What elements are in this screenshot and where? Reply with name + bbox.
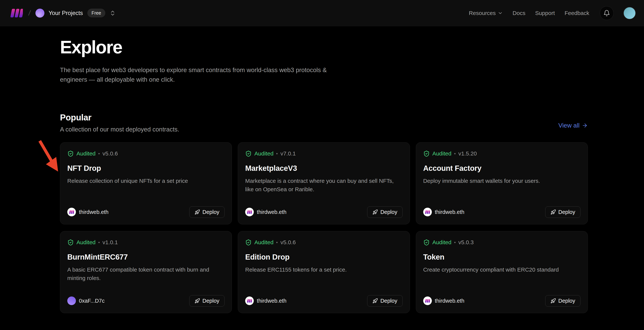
contract-description: Marketplace is a contract where you can … [245, 177, 402, 193]
breadcrumb-separator: / [28, 8, 31, 17]
contract-title: NFT Drop [67, 164, 224, 172]
popular-section-header: Popular A collection of our most deploye… [60, 112, 588, 133]
deploy-button[interactable]: Deploy [189, 295, 224, 307]
contract-card-grid: Audited • v5.0.6 NFT Drop Release collec… [60, 142, 588, 313]
view-all-label: View all [558, 122, 580, 129]
contract-title: Edition Drop [245, 253, 402, 261]
breadcrumb-team[interactable]: Your Projects Free [36, 8, 105, 17]
shield-check-icon [67, 150, 74, 157]
popular-subtitle: A collection of our most deployed contra… [60, 126, 179, 133]
publisher-avatar-thirdweb [245, 297, 254, 305]
nav-link-docs[interactable]: Docs [512, 10, 525, 16]
thirdweb-logo-icon [10, 9, 23, 17]
publisher[interactable]: thirdweb.eth [245, 208, 286, 216]
nav-link-feedback[interactable]: Feedback [564, 10, 589, 16]
publisher-avatar-thirdweb [423, 297, 432, 305]
popular-heading-block: Popular A collection of our most deploye… [60, 112, 179, 133]
card-footer: thirdweb.eth Deploy [423, 295, 580, 307]
card-footer: thirdweb.eth Deploy [245, 295, 402, 307]
publisher-avatar-thirdweb [423, 208, 432, 216]
badge-row: Audited • v5.0.3 [423, 239, 580, 246]
nav-link-support[interactable]: Support [535, 10, 555, 16]
view-all-link[interactable]: View all [558, 122, 588, 129]
publisher-avatar-thirdweb [245, 208, 254, 216]
publisher-name: thirdweb.eth [79, 209, 108, 215]
contract-title: MarketplaceV3 [245, 164, 402, 172]
team-avatar [36, 8, 44, 17]
shield-check-icon [423, 150, 430, 157]
deploy-button-label: Deploy [380, 298, 397, 304]
shield-check-icon [423, 239, 430, 246]
publisher-name: thirdweb.eth [435, 209, 464, 215]
contract-description: Release collection of unique NFTs for a … [67, 177, 224, 185]
deploy-button-label: Deploy [380, 209, 397, 215]
deploy-button[interactable]: Deploy [545, 295, 580, 307]
publisher[interactable]: thirdweb.eth [423, 297, 464, 305]
audited-badge: Audited [432, 150, 452, 157]
publisher[interactable]: thirdweb.eth [67, 208, 108, 216]
contract-title: BurnMintERC677 [67, 253, 224, 261]
deploy-button-label: Deploy [558, 298, 575, 304]
bell-icon [603, 10, 610, 16]
contract-card-token[interactable]: Audited • v5.0.3 Token Create cryptocurr… [416, 231, 588, 313]
card-footer: 0xaF...D7c Deploy [67, 295, 224, 307]
contract-card-account-factory[interactable]: Audited • v1.5.20 Account Factory Deploy… [416, 142, 588, 224]
publisher-name: thirdweb.eth [257, 209, 286, 215]
version-label: v1.0.1 [102, 239, 118, 246]
contract-title: Account Factory [423, 164, 580, 172]
audited-badge: Audited [254, 239, 274, 246]
publisher[interactable]: 0xaF...D7c [67, 297, 104, 305]
dot-separator: • [454, 240, 456, 245]
plan-badge: Free [87, 8, 105, 17]
contract-description: Release ERC1155 tokens for a set price. [245, 265, 402, 274]
project-switcher-button[interactable] [110, 10, 116, 16]
publisher-avatar-thirdweb [67, 208, 76, 216]
dot-separator: • [276, 240, 278, 245]
contract-card-nft-drop[interactable]: Audited • v5.0.6 NFT Drop Release collec… [60, 142, 232, 224]
version-label: v5.0.3 [458, 239, 474, 246]
deploy-button[interactable]: Deploy [189, 206, 224, 218]
page-subtitle: The best place for web3 developers to ex… [60, 65, 337, 84]
contract-card-edition-drop[interactable]: Audited • v5.0.6 Edition Drop Release ER… [238, 231, 410, 313]
contract-title: Token [423, 253, 580, 261]
badge-row: Audited • v1.0.1 [67, 239, 224, 246]
thirdweb-mini-logo-icon [425, 210, 430, 214]
version-label: v5.0.6 [280, 239, 296, 246]
popular-title: Popular [60, 112, 179, 122]
dot-separator: • [454, 151, 456, 156]
deploy-button[interactable]: Deploy [367, 206, 402, 218]
thirdweb-logo[interactable] [10, 9, 23, 17]
deploy-button-label: Deploy [558, 209, 575, 215]
rocket-icon [550, 209, 556, 215]
dot-separator: • [98, 240, 100, 245]
navbar-left: / Your Projects Free [10, 8, 116, 17]
badge-row: Audited • v5.0.6 [245, 239, 402, 246]
contract-card-marketplacev3[interactable]: Audited • v7.0.1 MarketplaceV3 Marketpla… [238, 142, 410, 224]
audited-badge: Audited [254, 150, 274, 157]
explore-page: Explore The best place for web3 develope… [60, 37, 588, 313]
badge-row: Audited • v1.5.20 [423, 150, 580, 157]
badge-row: Audited • v5.0.6 [67, 150, 224, 157]
deploy-button[interactable]: Deploy [545, 206, 580, 218]
contract-description: A basic ERC677 compatible token contract… [67, 265, 224, 282]
thirdweb-mini-logo-icon [247, 210, 252, 214]
version-label: v1.5.20 [458, 150, 477, 157]
publisher-name: 0xaF...D7c [79, 298, 104, 304]
nav-link-resources[interactable]: Resources [469, 10, 503, 16]
thirdweb-mini-logo-icon [69, 210, 74, 214]
page-title: Explore [60, 37, 588, 57]
rocket-icon [372, 298, 378, 304]
rocket-icon [372, 209, 378, 215]
deploy-button[interactable]: Deploy [367, 295, 402, 307]
chevrons-up-down-icon [110, 10, 116, 16]
audited-badge: Audited [76, 239, 96, 246]
publisher[interactable]: thirdweb.eth [245, 297, 286, 305]
publisher[interactable]: thirdweb.eth [423, 208, 464, 216]
notifications-button[interactable] [600, 6, 614, 20]
contract-description: Deploy immutable smart wallets for your … [423, 177, 580, 185]
contract-card-burnminterc677[interactable]: Audited • v1.0.1 BurnMintERC677 A basic … [60, 231, 232, 313]
team-name: Your Projects [48, 10, 83, 16]
publisher-name: thirdweb.eth [257, 298, 286, 304]
user-avatar[interactable] [624, 7, 636, 19]
top-navbar: / Your Projects Free Resources Docs Supp… [0, 0, 644, 26]
